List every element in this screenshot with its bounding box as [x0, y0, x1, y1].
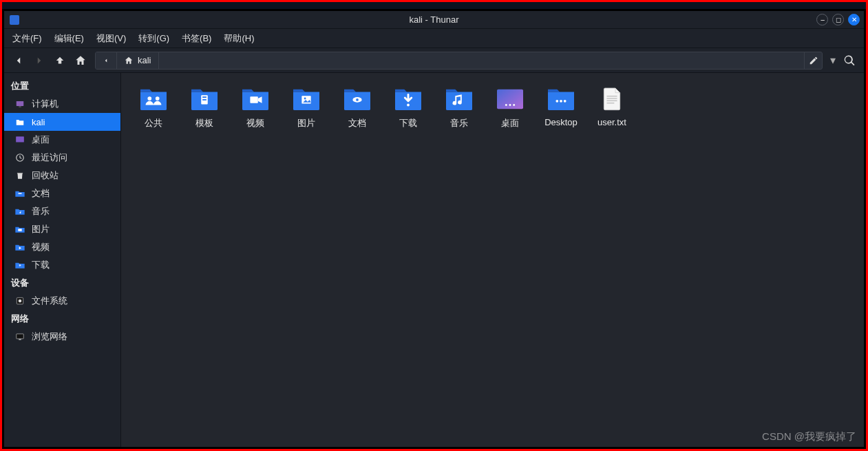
svg-rect-10 — [17, 334, 24, 339]
folder-icon — [188, 85, 221, 112]
sidebar-item-documents[interactable]: 文档 — [4, 185, 120, 202]
svg-point-23 — [505, 104, 507, 106]
svg-rect-15 — [202, 96, 207, 98]
edit-path-button[interactable] — [804, 52, 822, 69]
body: 位置计算机kali桌面最近访问回收站文档音乐图片视频下载设备文件系统网络浏览网络… — [4, 73, 864, 447]
svg-rect-18 — [301, 96, 310, 103]
location-dropdown-button[interactable]: ▾ — [828, 52, 838, 70]
downloads-icon — [14, 260, 26, 271]
svg-rect-1 — [19, 107, 21, 107]
nav-home-button[interactable] — [72, 52, 89, 70]
network-icon — [14, 331, 26, 342]
sidebar-item-downloads[interactable]: 下载 — [4, 256, 120, 274]
menu-bookmarks[interactable]: 书签(B) — [182, 32, 211, 45]
file-item[interactable]: 公共 — [128, 83, 179, 132]
svg-rect-16 — [202, 99, 207, 101]
svg-rect-0 — [17, 101, 24, 106]
file-item-label: 桌面 — [501, 117, 519, 129]
home-folder-icon — [14, 116, 26, 127]
folder-icon — [341, 85, 374, 112]
sidebar-section-header: 位置 — [4, 77, 120, 95]
text-file-icon — [595, 85, 628, 112]
search-button[interactable] — [840, 52, 858, 70]
sidebar-item-label: 计算机 — [32, 98, 59, 110]
sidebar-item-videos[interactable]: 视频 — [4, 238, 120, 256]
sidebar-section-header: 网络 — [4, 310, 120, 328]
file-item-label: Desktop — [544, 117, 578, 127]
sidebar-item-desktop[interactable]: 桌面 — [4, 131, 120, 149]
sidebar-item-label: 浏览网络 — [32, 331, 67, 343]
close-button[interactable]: ✕ — [848, 14, 860, 25]
desktop-icon — [14, 134, 26, 145]
filesystem-icon — [14, 295, 26, 306]
svg-rect-7 — [18, 229, 21, 231]
titlebar: kali - Thunar ‒ ◻ ✕ — [4, 11, 864, 29]
file-item-label: user.txt — [597, 117, 626, 127]
svg-rect-17 — [250, 96, 257, 103]
documents-icon — [14, 188, 26, 199]
svg-point-21 — [407, 104, 410, 107]
sidebar-item-label: 桌面 — [32, 134, 50, 146]
file-item-label: 公共 — [145, 117, 162, 129]
maximize-button[interactable]: ◻ — [832, 14, 844, 25]
svg-point-28 — [564, 100, 567, 103]
file-item[interactable]: 文档 — [332, 83, 383, 132]
menu-edit[interactable]: 编辑(E) — [54, 32, 84, 45]
sidebar-item-label: 音乐 — [32, 205, 50, 218]
file-item[interactable]: 音乐 — [434, 83, 485, 132]
sidebar-section-header: 设备 — [4, 274, 120, 292]
file-item[interactable]: 下载 — [383, 83, 434, 132]
svg-point-9 — [19, 300, 22, 303]
file-item[interactable]: 桌面 — [485, 83, 536, 132]
content-area[interactable]: 公共 模板 视频 图片 文档 下载 音乐 桌面 Desktop use — [121, 73, 864, 447]
sidebar-item-computer[interactable]: 计算机 — [4, 95, 120, 113]
file-item-label: 图片 — [297, 117, 315, 129]
computer-icon — [14, 98, 26, 109]
folder-icon — [290, 85, 323, 112]
file-item[interactable]: 模板 — [179, 83, 230, 132]
sidebar-item-trash[interactable]: 回收站 — [4, 167, 120, 185]
menubar: 文件(F) 编辑(E) 视图(V) 转到(G) 书签(B) 帮助(H) — [4, 29, 864, 48]
videos-icon — [14, 242, 26, 253]
sidebar-item-recent[interactable]: 最近访问 — [4, 149, 120, 167]
folder-icon — [443, 85, 476, 112]
desktop-folder-icon — [494, 85, 527, 112]
location-bar: kali — [95, 52, 823, 70]
sidebar-item-label: 下载 — [32, 259, 50, 271]
sidebar-item-music[interactable]: 音乐 — [4, 202, 120, 220]
sidebar-item-pictures[interactable]: 图片 — [4, 220, 120, 238]
path-segment-home[interactable]: kali — [117, 52, 159, 69]
menu-view[interactable]: 视图(V) — [96, 32, 126, 45]
recent-icon — [14, 152, 26, 163]
pictures-icon — [14, 224, 26, 235]
menu-go[interactable]: 转到(G) — [138, 32, 169, 45]
file-item[interactable]: 视频 — [230, 83, 281, 132]
file-item[interactable]: Desktop — [536, 83, 586, 132]
file-item[interactable]: user.txt — [586, 83, 637, 132]
sidebar-item-label: 最近访问 — [32, 151, 67, 164]
nav-up-button[interactable] — [51, 52, 69, 70]
svg-point-24 — [509, 104, 511, 106]
svg-point-27 — [560, 100, 562, 103]
folder-icon — [544, 85, 578, 112]
sidebar-item-network[interactable]: 浏览网络 — [4, 328, 120, 346]
menu-file[interactable]: 文件(F) — [12, 32, 42, 45]
folder-icon — [239, 85, 272, 112]
toolbar: kali ▾ — [4, 48, 864, 73]
svg-point-12 — [147, 96, 151, 101]
file-item-label: 音乐 — [450, 117, 468, 129]
menu-help[interactable]: 帮助(H) — [224, 32, 254, 45]
svg-point-25 — [513, 104, 515, 106]
minimize-button[interactable]: ‒ — [816, 14, 828, 25]
window-title: kali - Thunar — [4, 14, 864, 25]
nav-back-button[interactable] — [10, 52, 28, 70]
path-segment-label: kali — [138, 55, 151, 65]
sidebar-item-label: kali — [32, 117, 45, 127]
path-history-button[interactable] — [96, 52, 117, 69]
sidebar-item-home-folder[interactable]: kali — [4, 113, 120, 131]
nav-forward-button[interactable] — [30, 52, 48, 70]
file-item-label: 下载 — [399, 117, 417, 129]
sidebar-item-label: 图片 — [32, 223, 50, 235]
sidebar-item-filesystem[interactable]: 文件系统 — [4, 292, 120, 310]
file-item[interactable]: 图片 — [281, 83, 332, 132]
